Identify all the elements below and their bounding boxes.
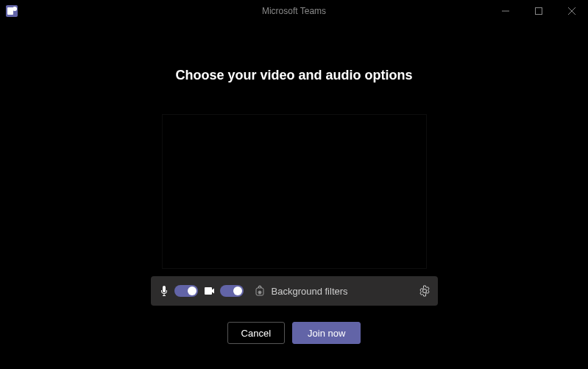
camera-icon xyxy=(204,285,216,297)
background-filters-button[interactable]: Background filters xyxy=(254,285,348,297)
video-preview xyxy=(162,114,427,269)
close-button[interactable] xyxy=(555,0,588,22)
settings-button[interactable] xyxy=(419,285,431,297)
titlebar: Microsoft Teams xyxy=(0,0,588,22)
page-heading: Choose your video and audio options xyxy=(175,68,412,83)
av-controls-bar: Background filters xyxy=(151,276,438,306)
background-filters-label: Background filters xyxy=(272,286,348,297)
maximize-button[interactable] xyxy=(522,0,555,22)
teams-app-icon xyxy=(6,5,18,17)
svg-rect-1 xyxy=(535,8,542,15)
action-buttons: Cancel Join now xyxy=(227,322,361,344)
svg-point-4 xyxy=(258,292,261,294)
cancel-button[interactable]: Cancel xyxy=(227,322,285,344)
minimize-button[interactable] xyxy=(489,0,522,22)
microphone-icon xyxy=(158,285,170,297)
join-now-button[interactable]: Join now xyxy=(292,322,361,344)
window-controls xyxy=(489,0,588,22)
background-effects-icon xyxy=(254,285,266,297)
window-title: Microsoft Teams xyxy=(262,6,326,16)
microphone-toggle[interactable] xyxy=(174,285,198,297)
svg-rect-0 xyxy=(502,11,509,12)
camera-toggle[interactable] xyxy=(220,285,244,297)
content: Choose your video and audio options Back… xyxy=(0,22,588,344)
